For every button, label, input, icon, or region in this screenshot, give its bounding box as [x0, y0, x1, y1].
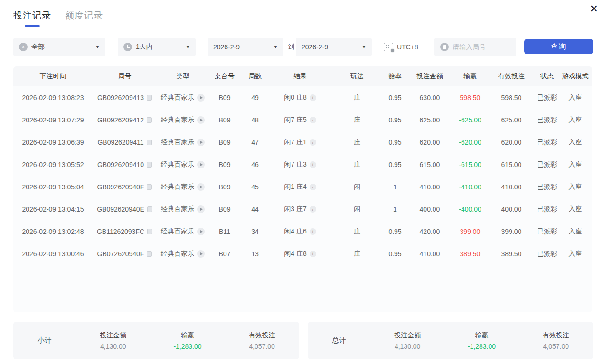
- cell-round-id: GB072620940F: [93, 250, 157, 258]
- play-icon[interactable]: [197, 205, 205, 213]
- play-icon[interactable]: [197, 161, 205, 168]
- table-header-cell: 类型: [157, 72, 209, 81]
- table-row: 2026-02-09 13:04:15GB092620940E经典百家乐B094…: [13, 198, 592, 220]
- close-icon[interactable]: ✕: [590, 4, 598, 14]
- cell-play: 庄: [330, 227, 384, 236]
- info-icon[interactable]: i: [310, 161, 316, 168]
- result-wrap: 闲4 庄8i: [270, 250, 330, 258]
- cell-table-no: B09: [209, 205, 240, 213]
- date-from-value: 2026-2-9: [213, 43, 240, 51]
- info-icon[interactable]: i: [310, 251, 316, 257]
- chevron-down-icon: ▼: [95, 45, 100, 49]
- copy-icon[interactable]: [147, 184, 152, 190]
- cell-valid-bet: 620.00: [487, 139, 536, 146]
- round-number-input[interactable]: [453, 43, 505, 51]
- calendar-clock-icon[interactable]: [384, 43, 393, 51]
- game-type-text: 经典百家乐: [161, 250, 194, 258]
- cell-valid-bet: 625.00: [487, 116, 536, 124]
- table-header-cell: 局数: [240, 72, 270, 81]
- cell-game-type: 经典百家乐: [157, 116, 209, 124]
- game-type-text: 经典百家乐: [161, 93, 194, 102]
- info-icon[interactable]: i: [310, 228, 316, 235]
- play-icon[interactable]: [197, 116, 205, 124]
- total-title: 总计: [308, 336, 370, 345]
- cell-odds: 0.95: [384, 161, 406, 168]
- round-id-text: GB072620940F: [97, 250, 144, 258]
- result-wrap: 闲1 庄4i: [270, 183, 330, 191]
- play-icon[interactable]: [197, 183, 205, 191]
- info-icon[interactable]: i: [310, 139, 316, 146]
- cell-round-count: 48: [240, 116, 270, 124]
- cell-game-mode: 入座: [558, 138, 592, 147]
- play-icon[interactable]: [197, 94, 205, 102]
- cell-result: 闲4 庄8i: [270, 250, 330, 258]
- cell-status: 已派彩: [536, 205, 558, 214]
- cell-result: 闲7 庄1i: [270, 138, 330, 147]
- tab-bar: 投注记录 额度记录: [13, 9, 103, 27]
- copy-icon[interactable]: [147, 251, 152, 257]
- cell-round-count: 49: [240, 94, 270, 102]
- cell-odds: 0.95: [384, 94, 406, 102]
- cell-winloss: -620.00: [453, 139, 487, 146]
- cell-play: 庄: [330, 250, 384, 258]
- copy-icon[interactable]: [147, 206, 152, 212]
- cell-round-count: 44: [240, 205, 270, 213]
- cell-game-mode: 入座: [558, 183, 592, 191]
- cell-odds: 0.95: [384, 139, 406, 146]
- cell-bet-time: 2026-02-09 13:00:46: [13, 250, 93, 258]
- round-id-wrap: GB0926209413: [93, 94, 157, 102]
- cell-bet-amount: 625.00: [406, 116, 453, 124]
- cell-winloss: 399.00: [453, 228, 487, 235]
- round-search-field[interactable]: [434, 38, 516, 56]
- table-header-cell: 结果: [270, 72, 330, 81]
- info-icon[interactable]: i: [310, 94, 316, 101]
- cell-game-mode: 入座: [558, 160, 592, 169]
- tab-betting-records[interactable]: 投注记录: [13, 9, 51, 27]
- copy-icon[interactable]: [147, 162, 152, 168]
- time-range-dropdown[interactable]: 1天内 ▼: [118, 38, 196, 56]
- clock-icon: [123, 43, 132, 51]
- cell-bet-time: 2026-02-09 13:05:52: [13, 161, 93, 168]
- game-type-dropdown[interactable]: ♠ 全部 ▼: [13, 38, 105, 56]
- game-type-wrap: 经典百家乐: [157, 138, 209, 147]
- info-icon[interactable]: i: [310, 117, 316, 123]
- cell-table-no: B09: [209, 183, 240, 191]
- play-icon[interactable]: [197, 228, 205, 235]
- cell-result: 闲7 庄5i: [270, 116, 330, 124]
- table-header-cell: 玩法: [330, 72, 384, 81]
- copy-icon[interactable]: [147, 95, 152, 101]
- cell-table-no: B09: [209, 139, 240, 146]
- copy-icon[interactable]: [147, 140, 152, 145]
- cell-bet-amount: 620.00: [406, 139, 453, 146]
- date-from-picker[interactable]: 2026-2-9 ▼: [208, 38, 283, 56]
- cell-play: 闲: [330, 183, 384, 191]
- round-id-wrap: GB11262093FC: [93, 228, 157, 235]
- cell-bet-amount: 630.00: [406, 94, 453, 102]
- copy-icon[interactable]: [147, 117, 152, 123]
- play-icon[interactable]: [197, 139, 205, 146]
- info-icon[interactable]: i: [310, 184, 316, 190]
- cell-valid-bet: 389.50: [487, 250, 536, 258]
- game-type-wrap: 经典百家乐: [157, 227, 209, 236]
- game-type-wrap: 经典百家乐: [157, 250, 209, 258]
- cell-round-id: GB0926209413: [93, 94, 157, 102]
- copy-icon[interactable]: [147, 229, 152, 234]
- cell-valid-bet: 400.00: [487, 205, 536, 213]
- round-id-wrap: GB092620940F: [93, 183, 157, 191]
- round-id-text: GB11262093FC: [97, 228, 144, 235]
- play-icon[interactable]: [197, 250, 205, 258]
- subtotal-winloss: 输赢 -1,283.00: [151, 331, 225, 350]
- cell-result: 闲4 庄6i: [270, 227, 330, 236]
- table-row: 2026-02-09 13:07:29GB0926209412经典百家乐B094…: [13, 109, 592, 131]
- cell-round-id: GB092620940F: [93, 183, 157, 191]
- cell-winloss: -625.00: [453, 116, 487, 124]
- tab-quota-records[interactable]: 额度记录: [65, 9, 103, 27]
- info-icon[interactable]: i: [310, 206, 316, 213]
- query-button[interactable]: 查询: [524, 39, 593, 54]
- cell-status: 已派彩: [536, 227, 558, 236]
- game-type-text: 经典百家乐: [161, 227, 194, 236]
- date-to-picker[interactable]: 2026-2-9 ▼: [296, 38, 372, 56]
- round-id-text: GB0926209412: [97, 116, 144, 124]
- table-row: 2026-02-09 13:05:52GB0926209410经典百家乐B094…: [13, 153, 592, 176]
- timezone-label: UTC+8: [397, 43, 418, 51]
